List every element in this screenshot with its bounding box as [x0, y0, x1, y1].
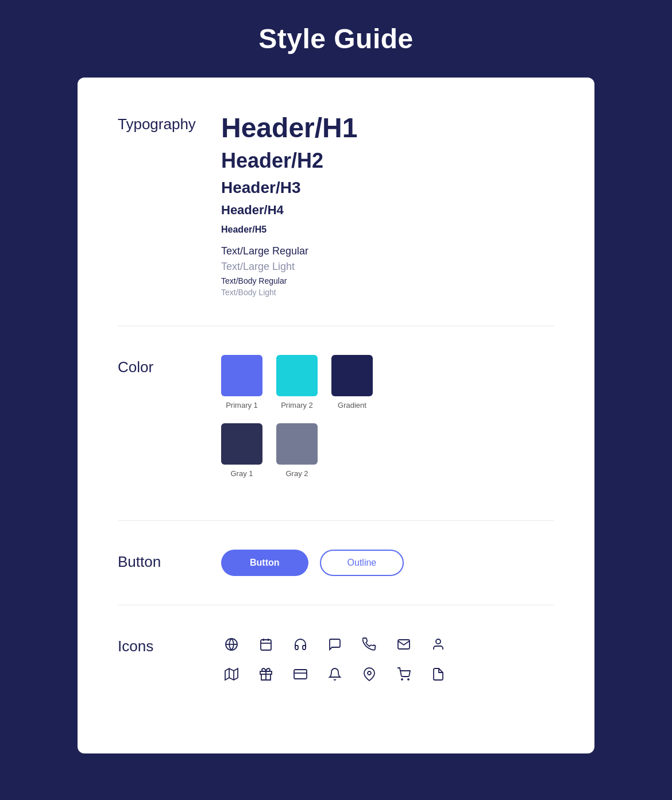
button-content: Button Outline	[221, 550, 554, 576]
phone-icon	[359, 634, 380, 655]
shopping-cart-icon	[393, 664, 414, 685]
button-row: Button Outline	[221, 550, 554, 576]
typo-h5: Header/H5	[221, 223, 554, 236]
color-row-2: Gray 1 Gray 2	[221, 423, 554, 478]
icons-row-2	[221, 664, 554, 685]
svg-point-16	[408, 679, 409, 680]
typography-content: Header/H1 Header/H2 Header/H3 Header/H4 …	[221, 112, 554, 297]
color-row-1: Primary 1 Primary 2 Gradient	[221, 355, 554, 409]
svg-rect-2	[261, 640, 271, 650]
typography-section: Typography Header/H1 Header/H2 Header/H3…	[118, 112, 554, 297]
divider-3	[118, 605, 554, 605]
color-item-gradient: Gradient	[331, 355, 373, 409]
map-icon	[221, 664, 242, 685]
color-name-gray1: Gray 1	[230, 469, 253, 478]
color-swatch-primary1	[221, 355, 262, 396]
mail-icon	[393, 634, 414, 655]
svg-point-14	[368, 671, 371, 675]
button-label: Button	[118, 550, 221, 571]
color-swatch-primary2	[276, 355, 318, 396]
color-swatch-gray1	[221, 423, 262, 465]
color-swatch-gray2	[276, 423, 318, 465]
button-section: Button Button Outline	[118, 550, 554, 576]
typo-text-large-light: Text/Large Light	[221, 261, 554, 273]
outline-button[interactable]: Outline	[320, 550, 404, 576]
typo-h4: Header/H4	[221, 202, 554, 219]
globe-icon	[221, 634, 242, 655]
color-name-gradient: Gradient	[338, 401, 366, 409]
typo-h2: Header/H2	[221, 148, 554, 173]
icons-row-1	[221, 634, 554, 655]
divider-1	[118, 326, 554, 326]
svg-point-15	[401, 679, 403, 680]
bell-icon	[325, 664, 345, 685]
map-pin-icon	[359, 664, 380, 685]
color-name-primary2: Primary 2	[281, 401, 313, 409]
svg-marker-7	[225, 668, 238, 680]
typography-label: Typography	[118, 112, 221, 133]
color-item-gray2: Gray 2	[276, 423, 318, 478]
icons-content	[221, 634, 554, 685]
page-title: Style Guide	[258, 23, 414, 55]
color-item-gray1: Gray 1	[221, 423, 262, 478]
color-content: Primary 1 Primary 2 Gradient Gray 1	[221, 355, 554, 492]
primary-button[interactable]: Button	[221, 550, 308, 576]
headphones-icon	[290, 634, 311, 655]
chat-icon	[325, 634, 345, 655]
typo-h1: Header/H1	[221, 112, 554, 144]
icons-label: Icons	[118, 634, 221, 655]
gift-icon	[256, 664, 276, 685]
color-name-gray2: Gray 2	[285, 469, 308, 478]
typo-body-regular: Text/Body Regular	[221, 276, 554, 285]
divider-2	[118, 520, 554, 521]
calendar-icon	[256, 634, 276, 655]
credit-card-icon	[290, 664, 311, 685]
color-label: Color	[118, 355, 221, 376]
color-name-primary1: Primary 1	[226, 401, 258, 409]
typo-body-light: Text/Body Light	[221, 288, 554, 297]
color-item-primary1: Primary 1	[221, 355, 262, 409]
style-guide-card: Typography Header/H1 Header/H2 Header/H3…	[78, 78, 594, 753]
svg-rect-12	[294, 670, 307, 679]
color-swatch-gradient	[331, 355, 373, 396]
color-item-primary2: Primary 2	[276, 355, 318, 409]
user-icon	[428, 634, 449, 655]
color-section: Color Primary 1 Primary 2 Gradient	[118, 355, 554, 492]
svg-point-6	[436, 639, 441, 644]
typo-text-large-regular: Text/Large Regular	[221, 245, 554, 257]
typo-h3: Header/H3	[221, 177, 554, 198]
file-icon	[428, 664, 449, 685]
icons-section: Icons	[118, 634, 554, 685]
